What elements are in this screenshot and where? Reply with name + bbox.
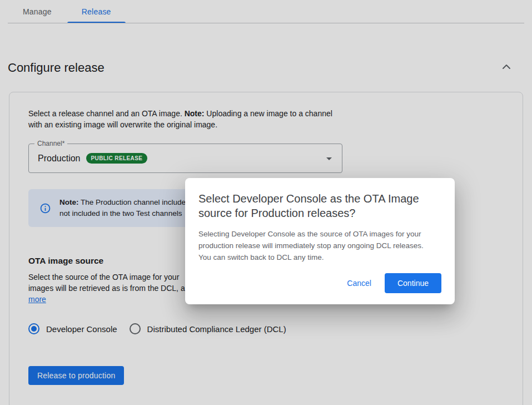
continue-button[interactable]: Continue xyxy=(385,273,441,293)
dialog-body-line-3: You can switch back to DCL any time. xyxy=(198,251,441,263)
dialog-title: Select Developer Console as the OTA Imag… xyxy=(198,191,441,220)
dialog-body-line-1: Selecting Developer Console as the sourc… xyxy=(198,228,441,240)
dialog-actions: Cancel Continue xyxy=(198,273,441,293)
cancel-button[interactable]: Cancel xyxy=(341,274,377,292)
dialog-title-line-1: Select Developer Console as the OTA Imag… xyxy=(198,191,441,206)
dialog-title-line-2: source for Production releases? xyxy=(198,206,441,220)
confirm-dialog: Select Developer Console as the OTA Imag… xyxy=(185,178,455,304)
dialog-body-line-2: production release will immediately stop… xyxy=(198,240,441,251)
dialog-body: Selecting Developer Console as the sourc… xyxy=(198,228,441,263)
